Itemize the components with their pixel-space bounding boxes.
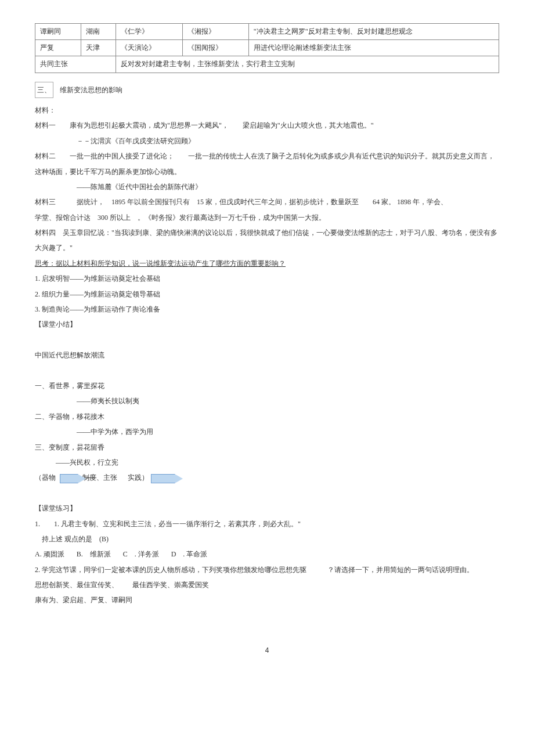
cell-view: 用进代论理论阐述维新变法主张 <box>248 40 499 56</box>
cell-common-label: 共同主张 <box>35 56 116 73</box>
material-1-source: －－沈渭滨《百年戊戌变法研究回顾》 <box>35 133 499 149</box>
flow-text-d: 实践） <box>128 473 149 482</box>
question-1: 1. 1. 凡君主专制、立宪和民主三法，必当一一循序渐行之，若紊其序，则必大乱。… <box>35 516 499 531</box>
cell-place: 湖南 <box>81 24 116 40</box>
materials-label: 材料： <box>35 103 499 118</box>
summary-title: 中国近代思想解放潮流 <box>35 348 499 363</box>
cell-work: 《天演论》 <box>116 40 182 56</box>
summary-item-3-sub: ——兴民权，行立宪 <box>35 455 499 470</box>
material-4: 材料四 吴玉章回忆说："当我读到康、梁的痛快淋漓的议论以后，我很快就成了他们信徒… <box>35 225 499 256</box>
material-3a: 材料三 据统计， 1895 年以前全国报刊只有 15 家，但戊戌时代三年之间，据… <box>35 194 499 209</box>
option-a: A. 顽固派 <box>35 550 64 558</box>
option-b: B. 维新派 <box>77 550 111 558</box>
flow-diagram: （器物 制度、主张 实践） <box>35 470 499 485</box>
class-exercise-label: 【课堂练习】 <box>35 501 499 516</box>
summary-item-2-sub: ——中学为体，西学为用 <box>35 424 499 439</box>
summary-item-3: 三、变制度，昙花留香 <box>35 440 499 455</box>
arrow-icon <box>60 474 78 483</box>
question-2-awards: 思想创新奖、最佳宣传奖、 最佳西学奖、崇高爱国奖 <box>35 577 499 592</box>
summary-item-2: 二、学器物，移花接木 <box>35 409 499 424</box>
cell-view: "冲决君主之网罗"反对君主专制、反对封建思想观念 <box>248 24 499 40</box>
question-2-names: 康有为、梁启超、严复、谭嗣同 <box>35 592 499 607</box>
flow-text-a: （器物 <box>35 473 56 482</box>
class-summary-label: 【课堂小结】 <box>35 317 499 332</box>
section-number-box: 三、 <box>35 82 53 98</box>
arrow-icon <box>151 474 175 483</box>
question-1-options: A. 顽固派 B. 维新派 C . 洋务派 D . 革命派 <box>35 547 499 562</box>
point-3: 3. 制造舆论——为维新运动作了舆论准备 <box>35 302 499 317</box>
summary-item-1-sub: ——师夷长技以制夷 <box>35 393 499 408</box>
material-1: 材料一 康有为思想引起极大震动，成为"思想界一大飓风"， 梁启超喻为"火山大喷火… <box>35 118 499 133</box>
reformers-table: 谭嗣同 湖南 《仁学》 《湘报》 "冲决君主之网罗"反对君主专制、反对封建思想观… <box>35 23 499 73</box>
section-3-heading: 三、 维新变法思想的影响 <box>35 82 499 98</box>
page-number: 4 <box>35 643 499 658</box>
table-row: 共同主张 反对发对封建君主专制，主张维新变法，实行君主立宪制 <box>35 56 499 73</box>
material-2: 材料二 一批一批的中国人接受了进化论； 一批一批的传统士人在洗了脑子之后转化为或… <box>35 149 499 179</box>
point-2: 2. 组织力量——为维新运动奠定领导基础 <box>35 287 499 302</box>
cell-work: 《仁学》 <box>116 24 182 40</box>
cell-common-content: 反对发对封建君主专制，主张维新变法，实行君主立宪制 <box>116 56 499 73</box>
cell-paper: 《国闻报》 <box>182 40 248 56</box>
cell-name: 严复 <box>35 40 81 56</box>
table-row: 谭嗣同 湖南 《仁学》 《湘报》 "冲决君主之网罗"反对君主专制、反对封建思想观… <box>35 24 499 40</box>
question-2: 2. 学完这节课，同学们一定被本课的历史人物所感动，下列奖项你想颁发给哪位思想先… <box>35 562 499 577</box>
cell-paper: 《湘报》 <box>182 24 248 40</box>
material-3b: 学堂、报馆合计达 300 所以上 。《时务报》发行最高达到一万七千份，成为中国第… <box>35 210 499 225</box>
option-c: C . 洋务派 <box>123 550 159 558</box>
cell-name: 谭嗣同 <box>35 24 81 40</box>
cell-place: 天津 <box>81 40 116 56</box>
point-1: 1. 启发明智——为维新运动奠定社会基础 <box>35 271 499 286</box>
summary-item-1: 一、看世界，雾里探花 <box>35 378 499 393</box>
question-1-stem: 持上述 观点的是 (B) <box>35 531 499 547</box>
section-title: 维新变法思想的影响 <box>60 86 122 94</box>
option-d: D . 革命派 <box>171 550 208 558</box>
material-2-source: ——陈旭麓《近代中国社会的新陈代谢》 <box>35 179 499 194</box>
table-row: 严复 天津 《天演论》 《国闻报》 用进代论理论阐述维新变法主张 <box>35 40 499 56</box>
flow-text-c: 、主张 <box>96 473 117 482</box>
think-prompt: 思考：据以上材料和所学知识，说一说维新变法运动产生了哪些方面的重要影响？ <box>35 256 499 271</box>
